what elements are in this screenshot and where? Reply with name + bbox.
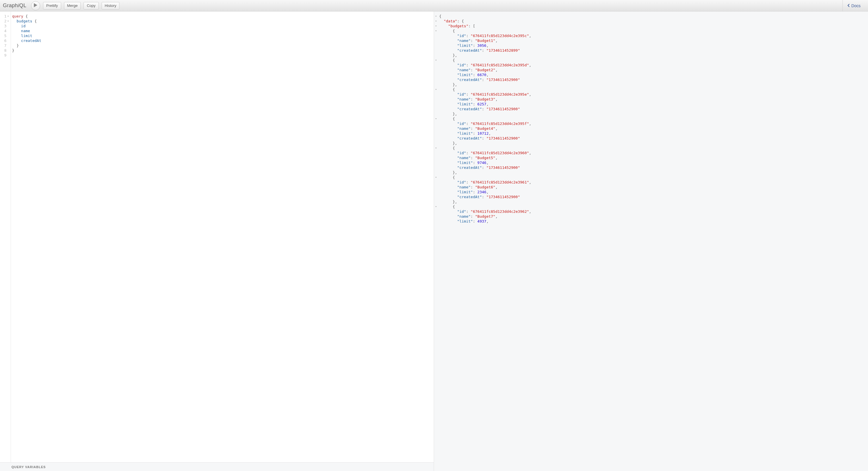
toolbar: GraphiQL Prettify Merge Copy History Doc… <box>0 0 868 11</box>
docs-label: Docs <box>851 3 861 8</box>
query-pane: 1▾2▾3 4 5 6 7 8 9 query { budgets { id n… <box>0 11 434 471</box>
app-brand: GraphiQL <box>3 3 26 9</box>
merge-button[interactable]: Merge <box>64 2 81 9</box>
main-split: 1▾2▾3 4 5 6 7 8 9 query { budgets { id n… <box>0 11 868 471</box>
result-gutter: ▾▾▾▾▾▾▾▾▾▾ <box>434 11 438 224</box>
result-json: { "data": { "budgets": [ { "id": "676411… <box>434 11 868 226</box>
play-icon <box>34 3 37 8</box>
prettify-button[interactable]: Prettify <box>43 2 61 9</box>
copy-button[interactable]: Copy <box>84 2 98 9</box>
query-editor[interactable]: 1▾2▾3 4 5 6 7 8 9 query { budgets { id n… <box>0 11 434 462</box>
result-pane[interactable]: ▾▾▾▾▾▾▾▾▾▾ { "data": { "budgets": [ { "i… <box>434 11 868 471</box>
chevron-left-icon <box>847 3 850 8</box>
docs-toggle[interactable]: Docs <box>842 0 865 11</box>
execute-button[interactable] <box>31 1 40 10</box>
history-button[interactable]: History <box>102 2 119 9</box>
query-variables-label: QUERY VARIABLES <box>11 465 45 469</box>
query-code[interactable]: query { budgets { id name limit createdA… <box>11 11 434 462</box>
brand-part2: QL <box>19 3 26 8</box>
brand-part1: Graph <box>3 3 18 8</box>
query-variables-bar[interactable]: QUERY VARIABLES <box>0 462 434 471</box>
query-gutter: 1▾2▾3 4 5 6 7 8 9 <box>0 11 11 462</box>
